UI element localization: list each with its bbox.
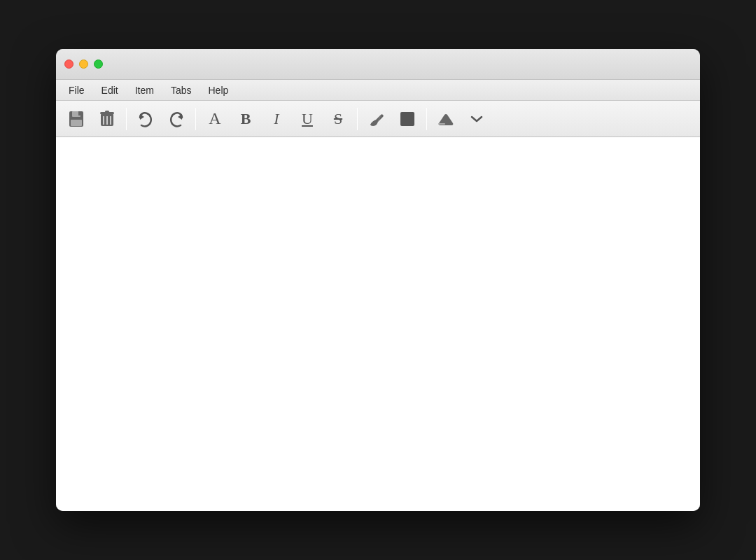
strikethrough-button[interactable]: S [323, 106, 353, 132]
menu-tabs[interactable]: Tabs [164, 83, 199, 98]
bold-icon: B [241, 110, 251, 128]
font-button[interactable]: A [200, 106, 230, 132]
color-button[interactable] [393, 106, 422, 132]
italic-icon: I [274, 110, 279, 128]
trash-icon [100, 111, 114, 127]
close-button[interactable] [64, 59, 74, 69]
menu-edit[interactable]: Edit [94, 83, 125, 98]
separator-2 [195, 108, 196, 130]
separator-3 [357, 108, 358, 130]
menu-item[interactable]: Item [128, 83, 161, 98]
more-icon [470, 112, 484, 126]
minimize-button[interactable] [79, 59, 88, 69]
menubar: File Edit Item Tabs Help [56, 80, 700, 101]
strikethrough-icon: S [334, 110, 342, 128]
eraser-icon [438, 111, 454, 127]
titlebar [56, 49, 700, 80]
separator-4 [426, 108, 427, 130]
svg-rect-12 [400, 112, 414, 126]
more-button[interactable] [462, 106, 491, 132]
maximize-button[interactable] [94, 59, 103, 69]
redo-button[interactable] [162, 106, 191, 132]
redo-icon [168, 111, 185, 127]
traffic-lights [64, 59, 103, 69]
save-button[interactable] [62, 106, 91, 132]
menu-help[interactable]: Help [202, 83, 236, 98]
svg-rect-6 [105, 111, 109, 113]
color-icon [400, 111, 415, 127]
brush-icon [368, 111, 385, 127]
brush-button[interactable] [362, 106, 391, 132]
undo-icon [137, 111, 154, 127]
separator-1 [126, 108, 127, 130]
bold-button[interactable]: B [231, 106, 260, 132]
content-area[interactable] [56, 137, 700, 511]
italic-button[interactable]: I [262, 106, 291, 132]
toolbar: A B I U S [56, 101, 700, 137]
menu-file[interactable]: File [62, 83, 92, 98]
svg-rect-2 [78, 111, 80, 115]
svg-marker-11 [178, 114, 182, 120]
svg-rect-3 [71, 120, 82, 126]
svg-marker-10 [140, 114, 144, 120]
undo-button[interactable] [131, 106, 160, 132]
underline-button[interactable]: U [293, 106, 322, 132]
save-icon [69, 111, 84, 127]
trash-button[interactable] [92, 106, 122, 132]
underline-icon: U [302, 110, 313, 128]
font-icon: A [209, 109, 220, 128]
app-window: File Edit Item Tabs Help [56, 49, 700, 511]
eraser-button[interactable] [431, 106, 461, 132]
